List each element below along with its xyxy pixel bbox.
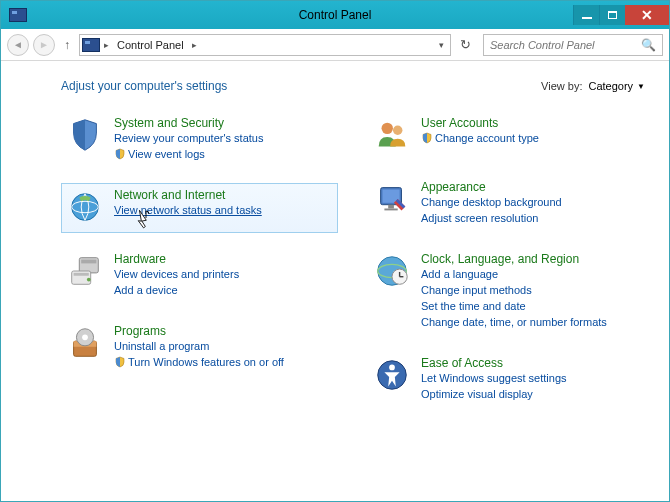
svg-point-10 — [82, 334, 88, 340]
category-title[interactable]: Hardware — [114, 252, 239, 266]
category-appearance[interactable]: AppearanceChange desktop backgroundAdjus… — [368, 175, 645, 233]
svg-rect-3 — [81, 260, 96, 264]
page-title: Adjust your computer's settings — [61, 79, 227, 93]
address-icon — [82, 38, 100, 52]
category-link[interactable]: Adjust screen resolution — [421, 211, 562, 226]
view-by-control: View by: Category ▼ — [541, 80, 645, 92]
category-network-internet[interactable]: Network and InternetView network status … — [61, 183, 338, 233]
user-accounts-icon — [373, 116, 411, 154]
category-system-security[interactable]: System and SecurityReview your computer'… — [61, 111, 338, 169]
minimize-button[interactable] — [573, 5, 599, 25]
category-hardware[interactable]: HardwareView devices and printersAdd a d… — [61, 247, 338, 305]
category-link[interactable]: Turn Windows features on or off — [114, 355, 284, 370]
svg-rect-15 — [388, 205, 394, 209]
svg-rect-16 — [384, 209, 397, 211]
refresh-button[interactable]: ↻ — [455, 35, 475, 55]
programs-icon — [66, 324, 104, 362]
breadcrumb[interactable]: Control Panel — [113, 37, 188, 53]
svg-rect-5 — [74, 273, 89, 276]
svg-point-6 — [87, 278, 91, 282]
maximize-button[interactable] — [599, 5, 625, 25]
forward-button[interactable]: ► — [33, 34, 55, 56]
category-link[interactable]: Review your computer's status — [114, 131, 263, 146]
category-clock-language-region[interactable]: Clock, Language, and RegionAdd a languag… — [368, 247, 645, 337]
system-security-icon — [66, 116, 104, 154]
view-by-label: View by: — [541, 80, 582, 92]
category-link[interactable]: View event logs — [114, 147, 263, 162]
category-link[interactable]: Optimize visual display — [421, 387, 567, 402]
network-internet-icon — [66, 188, 104, 226]
category-link[interactable]: Uninstall a program — [114, 339, 284, 354]
chevron-right-icon[interactable]: ▸ — [104, 40, 109, 50]
category-link[interactable]: Add a language — [421, 267, 607, 282]
category-column-right: User AccountsChange account typeAppearan… — [368, 111, 645, 409]
up-button[interactable]: ↑ — [59, 38, 75, 52]
svg-point-11 — [382, 123, 393, 134]
category-link[interactable]: Change date, time, or number formats — [421, 315, 607, 330]
category-link[interactable]: View devices and printers — [114, 267, 239, 282]
svg-point-23 — [389, 365, 395, 371]
chevron-right-icon[interactable]: ▸ — [192, 40, 197, 50]
titlebar[interactable]: Control Panel ✕ — [1, 1, 669, 29]
category-title[interactable]: Appearance — [421, 180, 562, 194]
category-title[interactable]: Ease of Access — [421, 356, 567, 370]
appearance-icon — [373, 180, 411, 218]
back-button[interactable]: ◄ — [7, 34, 29, 56]
control-panel-icon — [9, 8, 27, 22]
address-bar[interactable]: ▸ Control Panel ▸ ▾ — [79, 34, 451, 56]
search-icon[interactable]: 🔍 — [641, 38, 656, 52]
category-programs[interactable]: ProgramsUninstall a programTurn Windows … — [61, 319, 338, 377]
window-controls: ✕ — [573, 5, 669, 25]
category-column-left: System and SecurityReview your computer'… — [61, 111, 338, 409]
category-link[interactable]: Set the time and date — [421, 299, 607, 314]
category-link[interactable]: Change account type — [421, 131, 539, 146]
category-title[interactable]: Network and Internet — [114, 188, 262, 202]
svg-point-12 — [393, 126, 403, 136]
category-link[interactable]: Let Windows suggest settings — [421, 371, 567, 386]
category-link[interactable]: Add a device — [114, 283, 239, 298]
ease-of-access-icon — [373, 356, 411, 394]
category-ease-of-access[interactable]: Ease of AccessLet Windows suggest settin… — [368, 351, 645, 409]
hardware-icon — [66, 252, 104, 290]
view-by-dropdown[interactable]: Category ▼ — [588, 80, 645, 92]
navigation-bar: ◄ ► ↑ ▸ Control Panel ▸ ▾ ↻ 🔍 — [1, 29, 669, 61]
category-title[interactable]: Programs — [114, 324, 284, 338]
category-link[interactable]: Change desktop background — [421, 195, 562, 210]
control-panel-window: Control Panel ✕ ◄ ► ↑ ▸ Control Panel ▸ … — [0, 0, 670, 502]
content-area: Adjust your computer's settings View by:… — [1, 61, 669, 501]
search-box[interactable]: 🔍 — [483, 34, 663, 56]
category-title[interactable]: User Accounts — [421, 116, 539, 130]
search-input[interactable] — [490, 39, 641, 51]
window-title: Control Panel — [299, 8, 372, 22]
category-title[interactable]: Clock, Language, and Region — [421, 252, 607, 266]
category-user-accounts[interactable]: User AccountsChange account type — [368, 111, 645, 161]
category-link[interactable]: Change input methods — [421, 283, 607, 298]
category-title[interactable]: System and Security — [114, 116, 263, 130]
close-button[interactable]: ✕ — [625, 5, 669, 25]
dropdown-chevron-icon[interactable]: ▾ — [439, 40, 444, 50]
category-link[interactable]: View network status and tasks — [114, 203, 262, 218]
chevron-down-icon: ▼ — [637, 82, 645, 91]
clock-language-region-icon — [373, 252, 411, 290]
